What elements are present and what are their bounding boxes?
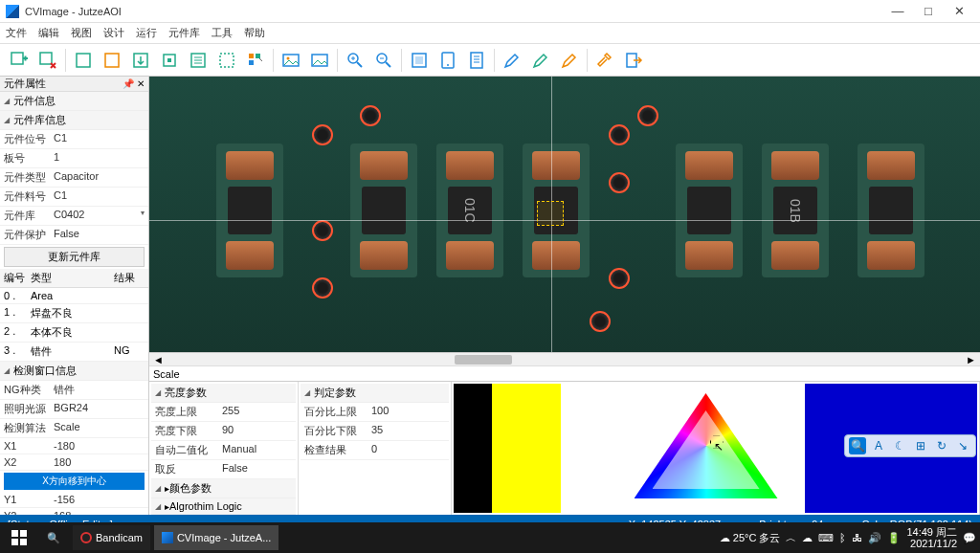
- tool-img1[interactable]: [278, 47, 304, 74]
- section-component-info[interactable]: 元件信息: [0, 92, 148, 111]
- task-bandicam[interactable]: Bandicam: [73, 525, 150, 550]
- center-x-button[interactable]: X方向移到中心: [4, 473, 145, 490]
- system-tray[interactable]: ☁ 25°C 多云 ︿ ☁ ⌨ ᛒ 🖧 🔊 🔋 14:49 周二 2021/11…: [720, 526, 976, 549]
- prop-library[interactable]: 元件库C0402: [0, 207, 148, 226]
- prop-partno[interactable]: 元件料号C1: [0, 188, 148, 207]
- menubar: 文件 编辑 视图 设计 运行 元件库 工具 帮助: [0, 23, 980, 44]
- svg-rect-2: [77, 54, 90, 67]
- results-table-header: 编号类型结果: [0, 269, 148, 288]
- minimize-button[interactable]: —: [882, 2, 913, 21]
- tool-export[interactable]: [127, 47, 154, 74]
- tool-doc[interactable]: [463, 47, 490, 74]
- prop-x2[interactable]: X2180: [0, 454, 148, 471]
- svg-point-20: [447, 64, 449, 66]
- toolbar: [0, 44, 980, 77]
- tool-fit[interactable]: [406, 47, 433, 74]
- prop-board[interactable]: 板号1: [0, 149, 148, 168]
- tray-up-icon[interactable]: ︿: [786, 531, 796, 545]
- menu-edit[interactable]: 编辑: [38, 26, 59, 40]
- tool-hammer[interactable]: [591, 47, 618, 74]
- prop-y1[interactable]: Y1-156: [0, 492, 148, 508]
- float-a-icon[interactable]: A: [870, 437, 887, 454]
- section-logic[interactable]: ▸ Algrothim Logic: [151, 498, 296, 515]
- tool-exit[interactable]: [620, 47, 647, 74]
- horizontal-scrollbar[interactable]: ◄►: [149, 352, 980, 365]
- zoom-out-button[interactable]: [370, 47, 397, 74]
- float-refresh-icon[interactable]: ↻: [933, 437, 950, 454]
- menu-help[interactable]: 帮助: [244, 26, 265, 40]
- menu-tools[interactable]: 工具: [212, 26, 233, 40]
- table-row[interactable]: 2 .本体不良: [0, 323, 148, 343]
- zoom-in-button[interactable]: [342, 47, 368, 74]
- svg-rect-9: [249, 54, 254, 58]
- svg-rect-0: [11, 53, 23, 64]
- pcb-image-view[interactable]: 01C 01B: [149, 77, 980, 352]
- start-button[interactable]: [4, 524, 34, 551]
- table-row[interactable]: 1 .焊盘不良: [0, 304, 148, 323]
- tool-chip[interactable]: [156, 47, 183, 74]
- menu-run[interactable]: 运行: [136, 26, 157, 40]
- weather-widget[interactable]: ☁ 25°C 多云: [720, 531, 781, 545]
- cursor-icon: ↖: [714, 440, 724, 453]
- float-close-icon[interactable]: ↘: [954, 437, 971, 454]
- menu-file[interactable]: 文件: [6, 26, 27, 40]
- prop-ngtype[interactable]: NG种类错件: [0, 381, 148, 400]
- section-color[interactable]: ▸ 颜色参数: [151, 479, 296, 498]
- tool-crop[interactable]: [213, 47, 240, 74]
- svg-rect-8: [220, 54, 234, 67]
- prop-x1[interactable]: X1-180: [0, 438, 148, 454]
- section-library-info[interactable]: 元件库信息: [0, 111, 148, 130]
- menu-view[interactable]: 视图: [71, 26, 92, 40]
- floating-toolbar[interactable]: 🔍 A ☾ ⊞ ↻ ↘: [844, 434, 976, 457]
- prop-type[interactable]: 元件类型Capacitor: [0, 168, 148, 188]
- tray-vol-icon[interactable]: 🔊: [868, 532, 881, 544]
- windows-taskbar: 🔍 Bandicam CVImage - JutzeA... ☁ 25°C 多云…: [0, 522, 980, 553]
- float-moon-icon[interactable]: ☾: [891, 437, 908, 454]
- tray-ime-icon[interactable]: ⌨: [818, 532, 834, 544]
- tray-onedrive-icon[interactable]: ☁: [802, 532, 813, 544]
- delete-button[interactable]: [34, 47, 61, 74]
- tray-bt-icon[interactable]: ᛒ: [839, 532, 846, 543]
- panel-header: 元件属性 📌 ✕: [0, 77, 148, 92]
- tray-net-icon[interactable]: 🖧: [852, 532, 862, 543]
- close-button[interactable]: ✕: [944, 2, 974, 21]
- roi-selection[interactable]: [537, 201, 564, 226]
- tool-list[interactable]: [185, 47, 212, 74]
- panel-title: 元件属性: [4, 77, 46, 91]
- tray-clock[interactable]: 14:49 周二 2021/11/2: [906, 526, 957, 549]
- tool-rect1[interactable]: [70, 47, 97, 74]
- tool-img2[interactable]: [306, 47, 333, 74]
- tool-pen1[interactable]: [499, 47, 525, 74]
- svg-rect-10: [256, 54, 260, 58]
- tool-grid[interactable]: [242, 47, 269, 74]
- table-row[interactable]: 3 .错件NG: [0, 343, 148, 362]
- prop-y2[interactable]: Y2168: [0, 508, 148, 515]
- prop-protect[interactable]: 元件保护False: [0, 226, 148, 245]
- update-library-button[interactable]: 更新元件库: [4, 247, 145, 267]
- prop-algo[interactable]: 检测算法Scale: [0, 419, 148, 438]
- task-cvimage[interactable]: CVImage - JutzeA...: [154, 525, 278, 550]
- menu-design[interactable]: 设计: [103, 26, 124, 40]
- menu-library[interactable]: 元件库: [168, 26, 200, 40]
- add-button[interactable]: [6, 47, 33, 74]
- prop-light[interactable]: 照明光源BGR24: [0, 400, 148, 419]
- maximize-button[interactable]: □: [913, 2, 944, 21]
- tray-batt-icon[interactable]: 🔋: [887, 532, 901, 544]
- tool-pen3[interactable]: [556, 47, 583, 74]
- section-brightness[interactable]: 亮度参数: [151, 384, 296, 403]
- tool-rect2[interactable]: [99, 47, 125, 74]
- section-judge[interactable]: 判定参数: [301, 384, 449, 403]
- section-detect-window[interactable]: 检测窗口信息: [0, 362, 148, 381]
- float-grid-icon[interactable]: ⊞: [912, 437, 929, 454]
- search-button[interactable]: 🔍: [38, 524, 69, 551]
- tray-notify-icon[interactable]: 💬: [963, 532, 976, 544]
- prop-refdes[interactable]: 元件位号C1: [0, 130, 148, 149]
- color-triangle[interactable]: ↖: [607, 384, 805, 513]
- tool-pen2[interactable]: [527, 47, 554, 74]
- svg-rect-11: [249, 60, 254, 65]
- table-row[interactable]: 0 .Area: [0, 288, 148, 304]
- tool-tablet[interactable]: [434, 47, 461, 74]
- pin-icon[interactable]: 📌 ✕: [122, 78, 145, 89]
- float-search-icon[interactable]: 🔍: [849, 437, 866, 454]
- svg-rect-1: [40, 53, 52, 64]
